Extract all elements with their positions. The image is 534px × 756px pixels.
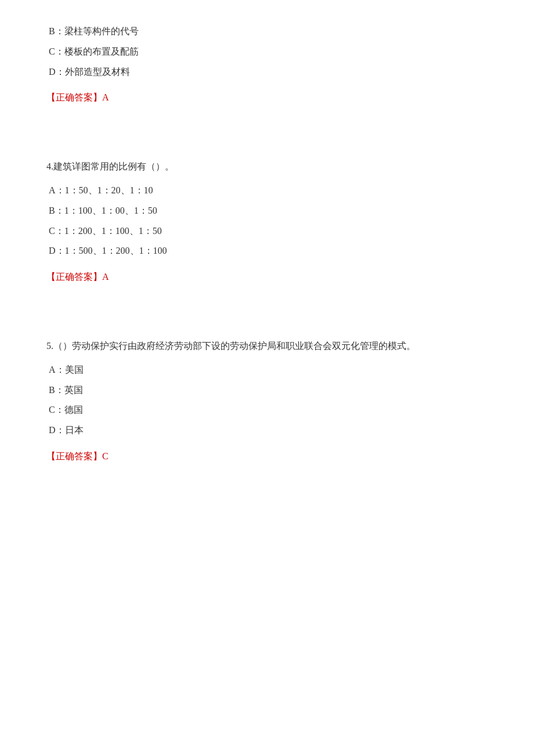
option-label: C： [49, 46, 64, 56]
question-4-option-A: A：1：50、1：20、1：10 [46, 182, 488, 199]
spacer-2 [46, 309, 488, 338]
option-text: 日本 [65, 425, 84, 435]
question-5-option-B: B：英国 [46, 382, 488, 399]
option-text: 梁柱等构件的代号 [64, 26, 139, 36]
option-text: 德国 [64, 405, 83, 415]
option-label: B： [49, 206, 64, 215]
question-4: 4.建筑详图常用的比例有（）。 A：1：50、1：20、1：10 B：1：100… [46, 159, 488, 286]
question-prev-tail: B：梁柱等构件的代号 C：楼板的布置及配筋 D：外部造型及材料 【正确答案】A [46, 23, 488, 106]
option-text: 1：200、1：100、1：50 [64, 226, 162, 236]
option-C-prev: C：楼板的布置及配筋 [46, 44, 488, 60]
option-text: 美国 [65, 365, 84, 375]
question-4-option-B: B：1：100、1：00、1：50 [46, 203, 488, 219]
option-text: 英国 [64, 385, 83, 395]
option-text: 1：50、1：20、1：10 [65, 185, 153, 195]
option-label: C： [49, 226, 64, 236]
spacer-1 [46, 129, 488, 159]
option-label: D： [49, 67, 65, 77]
option-label: C： [49, 405, 64, 415]
option-text: 1：100、1：00、1：50 [64, 206, 157, 215]
answer-5: 【正确答案】C [46, 448, 488, 465]
option-text: 外部造型及材料 [65, 67, 130, 77]
question-4-text: 4.建筑详图常用的比例有（）。 [46, 159, 488, 175]
question-4-option-D: D：1：500、1：200、1：100 [46, 243, 488, 260]
question-5-option-C: C：德国 [46, 402, 488, 419]
question-5-option-A: A：美国 [46, 362, 488, 379]
question-5-option-D: D：日本 [46, 422, 488, 439]
question-4-option-C: C：1：200、1：100、1：50 [46, 223, 488, 240]
question-4-number: 4. [46, 161, 53, 171]
option-D-prev: D：外部造型及材料 [46, 64, 488, 81]
question-5-text: 5.（）劳动保护实行由政府经济劳动部下设的劳动保护局和职业联合会双元化管理的模式… [46, 338, 488, 355]
answer-4: 【正确答案】A [46, 269, 488, 286]
option-label: A： [49, 185, 65, 195]
option-B-prev: B：梁柱等构件的代号 [46, 23, 488, 40]
option-text: 1：500、1：200、1：100 [65, 246, 167, 255]
option-label: D： [49, 425, 65, 435]
question-4-body: 建筑详图常用的比例有（）。 [53, 161, 174, 171]
answer-prev: 【正确答案】A [46, 89, 488, 106]
question-5-body: （）劳动保护实行由政府经济劳动部下设的劳动保护局和职业联合会双元化管理的模式。 [53, 341, 416, 351]
option-text: 楼板的布置及配筋 [64, 46, 139, 56]
question-5: 5.（）劳动保护实行由政府经济劳动部下设的劳动保护局和职业联合会双元化管理的模式… [46, 338, 488, 465]
question-5-number: 5. [46, 341, 53, 351]
option-label: B： [49, 385, 64, 395]
option-label: D： [49, 246, 65, 255]
option-label: B： [49, 26, 64, 36]
option-label: A： [49, 365, 65, 375]
